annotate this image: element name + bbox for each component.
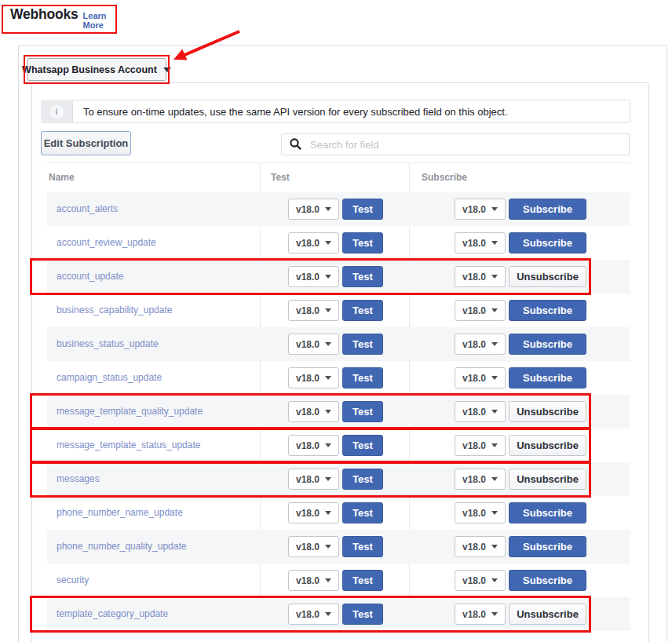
subscribe-version-dropdown[interactable]: v18.0 <box>455 232 506 254</box>
field-name-link[interactable]: account_update <box>57 260 123 294</box>
test-version-dropdown[interactable]: v18.0 <box>288 199 339 220</box>
test-button[interactable]: Test <box>342 435 383 456</box>
test-button[interactable]: Test <box>342 199 383 220</box>
subscribe-version-dropdown[interactable]: v18.0 <box>455 435 506 456</box>
test-button[interactable]: Test <box>342 401 383 422</box>
test-button[interactable]: Test <box>342 469 383 490</box>
subscribe-button[interactable]: Subscribe <box>509 232 586 254</box>
subscribe-button[interactable]: Subscribe <box>509 334 586 355</box>
test-version-dropdown[interactable]: v18.0 <box>288 536 339 557</box>
field-name-link[interactable]: business_capability_update <box>57 294 172 327</box>
chevron-down-icon <box>491 578 498 582</box>
subscribe-version-dropdown[interactable]: v18.0 <box>455 266 506 287</box>
subscribe-button[interactable]: Subscribe <box>509 570 586 591</box>
chevron-down-icon <box>325 308 331 312</box>
test-version-dropdown[interactable]: v18.0 <box>288 232 339 254</box>
webhooks-settings-page: Webhooks Learn More Whatsapp Business Ac… <box>0 0 672 642</box>
test-version-dropdown[interactable]: v18.0 <box>288 604 339 625</box>
subscribe-version-dropdown[interactable]: v18.0 <box>455 334 506 355</box>
field-name-link[interactable]: campaign_status_update <box>57 361 162 395</box>
chevron-down-icon <box>325 207 331 211</box>
search-input[interactable] <box>281 133 630 155</box>
table-row: template_category_update v18.0 Test v18.… <box>47 597 630 631</box>
subscribe-version-dropdown[interactable]: v18.0 <box>455 199 506 220</box>
version-label: v18.0 <box>462 305 486 316</box>
subscribe-version-dropdown[interactable]: v18.0 <box>455 502 506 523</box>
test-version-dropdown[interactable]: v18.0 <box>288 300 339 321</box>
subscribe-version-dropdown[interactable]: v18.0 <box>455 469 506 490</box>
chevron-down-icon <box>325 443 331 447</box>
version-label: v18.0 <box>296 542 320 553</box>
object-type-dropdown[interactable]: Whatsapp Business Account <box>27 58 166 81</box>
field-name-link[interactable]: business_status_update <box>57 327 158 361</box>
column-header-subscribe: Subscribe <box>422 172 467 183</box>
field-name-link[interactable]: phone_number_quality_update <box>57 530 186 564</box>
field-name-link[interactable]: messages <box>57 462 100 496</box>
subscribe-button[interactable]: Subscribe <box>509 367 586 388</box>
subscribe-version-dropdown[interactable]: v18.0 <box>455 536 506 557</box>
subscribe-version-dropdown[interactable]: v18.0 <box>455 367 506 388</box>
unsubscribe-button[interactable]: Unsubscribe <box>509 266 586 287</box>
field-name-link[interactable]: security <box>57 564 89 597</box>
field-name-link[interactable]: template_category_update <box>57 597 168 631</box>
subscribe-version-dropdown[interactable]: v18.0 <box>455 300 506 321</box>
unsubscribe-button[interactable]: Unsubscribe <box>509 604 586 625</box>
table-row: business_capability_update v18.0 Test v1… <box>47 294 630 327</box>
table-row: messages v18.0 Test v18.0 Unsubscribe <box>47 462 630 496</box>
version-label: v18.0 <box>462 204 486 215</box>
version-label: v18.0 <box>296 575 320 586</box>
unsubscribe-button[interactable]: Unsubscribe <box>509 469 586 490</box>
table-row: campaign_status_update v18.0 Test v18.0 … <box>47 361 630 395</box>
test-button[interactable]: Test <box>342 502 383 523</box>
version-label: v18.0 <box>296 609 320 620</box>
test-version-dropdown[interactable]: v18.0 <box>288 266 339 287</box>
field-name-link[interactable]: message_template_quality_update <box>57 395 203 429</box>
subscribe-button[interactable]: Subscribe <box>509 300 586 321</box>
test-button[interactable]: Test <box>342 232 383 254</box>
table-row: security v18.0 Test v18.0 Subscribe <box>47 564 630 597</box>
column-header-name: Name <box>49 172 75 183</box>
unsubscribe-button[interactable]: Unsubscribe <box>509 401 586 422</box>
field-name-link[interactable]: account_review_update <box>57 226 156 260</box>
version-label: v18.0 <box>296 508 320 519</box>
subscribe-version-dropdown[interactable]: v18.0 <box>455 604 506 625</box>
test-button[interactable]: Test <box>342 334 383 355</box>
info-icon-box: i <box>41 100 72 123</box>
test-version-dropdown[interactable]: v18.0 <box>288 435 339 456</box>
subscribe-version-dropdown[interactable]: v18.0 <box>455 570 506 591</box>
version-label: v18.0 <box>462 609 486 620</box>
test-version-dropdown[interactable]: v18.0 <box>288 570 339 591</box>
unsubscribe-button[interactable]: Unsubscribe <box>509 435 586 456</box>
test-button[interactable]: Test <box>342 300 383 321</box>
subscribe-button[interactable]: Subscribe <box>509 536 586 557</box>
test-button[interactable]: Test <box>342 266 383 287</box>
test-version-dropdown[interactable]: v18.0 <box>288 367 339 388</box>
chevron-down-icon <box>491 477 498 481</box>
version-label: v18.0 <box>296 339 320 350</box>
test-button[interactable]: Test <box>342 536 383 557</box>
test-version-dropdown[interactable]: v18.0 <box>288 502 339 523</box>
test-version-dropdown[interactable]: v18.0 <box>288 334 339 355</box>
chevron-down-icon <box>325 275 331 279</box>
subscribe-version-dropdown[interactable]: v18.0 <box>455 401 506 422</box>
field-name-link[interactable]: account_alerts <box>57 192 118 226</box>
learn-more-link[interactable]: Learn More <box>83 11 115 30</box>
chevron-down-icon <box>325 612 331 616</box>
test-button[interactable]: Test <box>342 570 383 591</box>
chevron-down-icon <box>491 612 498 616</box>
chevron-down-icon <box>325 477 331 481</box>
field-name-link[interactable]: phone_number_name_update <box>57 496 183 530</box>
subscribe-button[interactable]: Subscribe <box>509 199 586 220</box>
subscribe-button[interactable]: Subscribe <box>509 502 586 523</box>
test-button[interactable]: Test <box>342 367 383 388</box>
chevron-down-icon <box>491 275 498 279</box>
chevron-down-icon <box>491 376 498 380</box>
version-label: v18.0 <box>296 204 320 215</box>
table-row: business_status_update v18.0 Test v18.0 … <box>47 327 630 361</box>
field-name-link[interactable]: message_template_status_update <box>57 429 200 462</box>
test-button[interactable]: Test <box>342 604 383 625</box>
chevron-down-icon <box>325 241 331 245</box>
test-version-dropdown[interactable]: v18.0 <box>288 401 339 422</box>
edit-subscription-button[interactable]: Edit Subscription <box>41 131 131 155</box>
test-version-dropdown[interactable]: v18.0 <box>288 469 339 490</box>
